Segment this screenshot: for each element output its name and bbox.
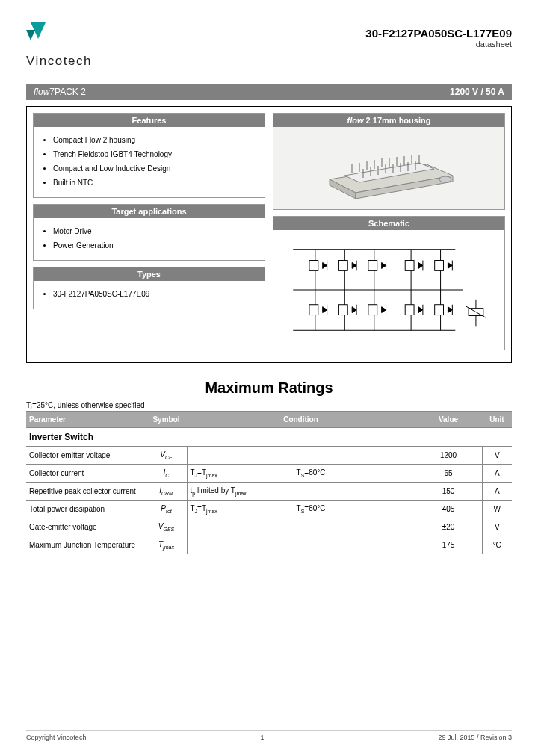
list-item: Compact Flow 2 housing xyxy=(53,133,257,147)
cell-unit: °C xyxy=(482,536,512,554)
features-panel: Features Compact Flow 2 housing Trench F… xyxy=(33,113,265,198)
svg-rect-29 xyxy=(309,261,318,271)
features-header: Features xyxy=(34,114,265,127)
cell-symbol: VGES xyxy=(146,518,187,536)
footer-page: 1 xyxy=(260,734,264,741)
family-name: 7PACK 2 xyxy=(49,87,85,97)
applications-header: Target applications xyxy=(34,205,265,218)
cell-symbol: Tjmax xyxy=(146,536,187,554)
title-block: 30-F2127PA050SC-L177E09 datasheet xyxy=(365,22,512,49)
svg-marker-54 xyxy=(418,307,423,313)
cell-param: Maximum Junction Temperature xyxy=(26,536,146,554)
cell-unit: V xyxy=(482,518,512,536)
svg-rect-32 xyxy=(309,305,318,315)
types-list: 30-F2127PA050SC-L177E09 xyxy=(44,287,257,301)
cell-symbol: Ptot xyxy=(146,501,187,518)
svg-marker-33 xyxy=(323,307,327,313)
cell-condition: TJ=TjmaxTS=80°C xyxy=(187,465,415,483)
product-rating: 1200 V / 50 A xyxy=(450,87,504,97)
product-banner: flow7PACK 2 1200 V / 50 A xyxy=(26,84,512,100)
list-item: Built in NTC xyxy=(53,176,257,190)
svg-marker-1 xyxy=(26,30,35,40)
table-row: Total power dissipationPtotTJ=TjmaxTS=80… xyxy=(26,501,512,518)
cell-symbol: ICRM xyxy=(146,483,187,501)
svg-marker-30 xyxy=(323,262,327,268)
page-footer: Copyright Vincotech 1 29 Jul. 2015 / Rev… xyxy=(26,730,512,741)
col-parameter: Parameter xyxy=(26,412,146,428)
list-item: Compact and Low Inductive Design xyxy=(53,161,257,176)
cell-value: 1200 xyxy=(415,447,482,465)
schematic-panel: Schematic xyxy=(273,216,505,350)
family-italic: flow xyxy=(34,87,49,97)
cell-unit: A xyxy=(482,483,512,501)
cell-value: 65 xyxy=(415,465,482,483)
page-header: Vincotech 30-F2127PA050SC-L177E09 datash… xyxy=(26,22,512,69)
svg-rect-50 xyxy=(405,261,414,271)
ratings-note: Tⱼ=25°C, unless otherwise specified xyxy=(26,401,512,409)
subhead-label: Inverter Switch xyxy=(26,428,512,447)
svg-rect-53 xyxy=(405,305,414,315)
types-header: Types xyxy=(34,267,265,281)
list-item: Power Generation xyxy=(53,238,257,252)
housing-image xyxy=(273,127,504,209)
svg-rect-60 xyxy=(435,305,444,315)
cell-value: 175 xyxy=(415,536,482,554)
svg-marker-51 xyxy=(418,262,423,268)
list-item: Trench Fieldstop IGBT4 Technology xyxy=(53,147,257,161)
cell-value: 405 xyxy=(415,501,482,518)
vincotech-logo-icon xyxy=(26,22,50,49)
cell-value: 150 xyxy=(415,483,482,501)
cell-param: Collector-emitter voltage xyxy=(26,447,146,465)
table-subhead: Inverter Switch xyxy=(26,428,512,447)
cell-param: Repetitive peak collector current xyxy=(26,483,146,501)
svg-rect-39 xyxy=(338,305,347,315)
cell-unit: A xyxy=(482,465,512,483)
cell-condition: tp limited by Tjmax xyxy=(187,483,415,501)
svg-marker-58 xyxy=(448,262,452,268)
schematic-image xyxy=(273,230,504,350)
housing-title-rest: 2 17mm housing xyxy=(364,116,431,125)
schematic-header: Schematic xyxy=(273,217,504,230)
overview-box: Features Compact Flow 2 housing Trench F… xyxy=(26,106,512,363)
svg-point-24 xyxy=(439,176,451,182)
cell-symbol: IC xyxy=(146,465,187,483)
col-symbol: Symbol xyxy=(146,412,187,428)
cell-symbol: VCE xyxy=(146,447,187,465)
cell-condition: TJ=TjmaxTS=80°C xyxy=(187,501,415,518)
cell-condition xyxy=(187,447,415,465)
table-row: Repetitive peak collector currentICRMtp … xyxy=(26,483,512,501)
circuit-schematic-icon xyxy=(278,235,500,345)
col-unit: Unit xyxy=(482,412,512,428)
svg-rect-57 xyxy=(435,261,444,271)
ratings-title: Maximum Ratings xyxy=(26,379,512,397)
table-header-row: Parameter Symbol Condition Value Unit xyxy=(26,412,512,428)
col-value: Value xyxy=(415,412,482,428)
module-3d-icon xyxy=(315,134,464,202)
svg-rect-36 xyxy=(338,261,347,271)
part-number: 30-F2127PA050SC-L177E09 xyxy=(365,27,512,40)
company-name: Vincotech xyxy=(26,54,92,69)
footer-date-rev: 29 Jul. 2015 / Revision 3 xyxy=(438,734,512,741)
col-condition: Condition xyxy=(187,412,415,428)
features-list: Compact Flow 2 housing Trench Fieldstop … xyxy=(44,133,257,190)
table-row: Collector-emitter voltageVCE1200V xyxy=(26,447,512,465)
cell-condition xyxy=(187,518,415,536)
cell-condition xyxy=(187,536,415,554)
list-item: 30-F2127PA050SC-L177E09 xyxy=(53,287,257,301)
product-family: flow7PACK 2 xyxy=(34,87,86,97)
svg-marker-47 xyxy=(382,307,386,313)
svg-marker-44 xyxy=(382,262,386,268)
cell-value: ±20 xyxy=(415,518,482,536)
svg-marker-61 xyxy=(448,307,452,313)
svg-rect-46 xyxy=(368,305,377,315)
cell-unit: W xyxy=(482,501,512,518)
applications-list: Motor Drive Power Generation xyxy=(44,224,257,252)
svg-marker-40 xyxy=(352,307,356,313)
list-item: Motor Drive xyxy=(53,224,257,238)
footer-copyright: Copyright Vincotech xyxy=(26,734,86,741)
cell-param: Collector current xyxy=(26,465,146,483)
svg-marker-37 xyxy=(352,262,356,268)
doc-type: datasheet xyxy=(365,40,512,49)
svg-rect-43 xyxy=(368,261,377,271)
ratings-table: Parameter Symbol Condition Value Unit In… xyxy=(26,411,512,554)
